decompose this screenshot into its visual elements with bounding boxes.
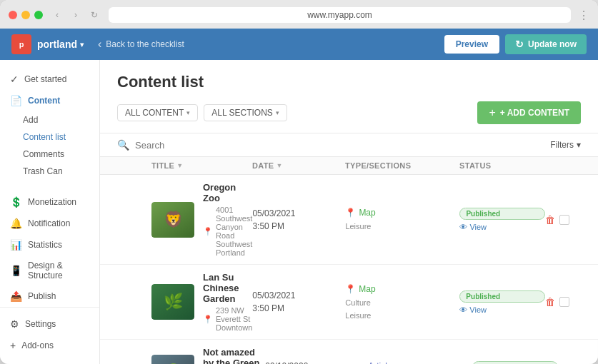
close-button[interactable] [9,11,17,19]
search-icon: 🔍 [117,139,129,151]
preview-button[interactable]: Preview [444,35,499,54]
type-link-1[interactable]: 📍 Map [345,206,459,219]
item-subtitle-2: 📍 239 NW Everett St Downtown [203,306,252,332]
sidebar-item-settings[interactable]: ⚙ Settings [0,313,99,335]
sidebar-item-statistics[interactable]: 📊 Statistics [0,234,99,256]
chevron-down-icon: ▾ [577,140,581,150]
item-date-1: 05/03/2021 3:50 PM [252,207,345,233]
check-icon: ✓ [10,74,19,85]
sidebar-sub-item-add[interactable]: Add [0,111,99,128]
item-actions-1: 🗑 [545,214,581,226]
content-filters: ALL CONTENT ▾ ALL SECTIONS ▾ + ADD CONTE… [117,101,581,124]
map-icon: 📍 [345,206,356,219]
nav-buttons: ‹ › ↻ [50,8,101,22]
sidebar-item-add-ons[interactable]: + Add-ons [0,335,99,356]
header-checkbox [117,161,151,170]
item-actions-2: 🗑 [545,296,581,308]
item-name-2[interactable]: Lan Su Chinese Garden [203,272,252,304]
chevron-down-icon: ▾ [186,109,190,116]
back-nav-button[interactable]: ‹ [50,8,64,22]
notification-icon: 🔔 [10,218,22,229]
item-title-col-3: 🌳 Not amazed by the Green Park 👤 Angela … [151,347,265,364]
workspace-selector[interactable]: portland ▾ [37,39,84,50]
item-type-2: 📍 Map Culture Leisure [345,283,459,322]
sidebar-item-monetization[interactable]: 💲 Monetization [0,191,99,213]
main-layout: ✓ Get started 📄 Content Add Content list… [0,60,598,364]
content-header: Content list ALL CONTENT ▾ ALL SECTIONS … [100,60,598,133]
header-type: Type/Sections [345,161,459,170]
page-title: Content list [117,73,581,91]
sidebar-sub-item-trash-can[interactable]: Trash Can [0,163,99,180]
search-input[interactable] [135,140,544,151]
content-icon: 📄 [10,95,22,106]
filters-button[interactable]: Filters ▾ [550,140,581,150]
item-info-2: Lan Su Chinese Garden 📍 239 NW Everett S… [203,272,252,332]
reload-button[interactable]: ↻ [87,8,101,22]
sidebar-sub-item-content-list[interactable]: Content list [0,128,99,146]
map-icon: 📍 [345,283,356,295]
type-link-2[interactable]: 📍 Map [345,283,459,295]
update-now-button[interactable]: Update now [505,34,587,54]
type-sections-2: Culture [345,297,459,309]
item-thumbnail-3: 🌳 [151,355,194,364]
item-status-2: Published 👁 View [459,290,545,314]
brand-logo: p [11,34,31,54]
monetization-icon: 💲 [10,196,22,208]
workspace-label: portland [37,39,77,50]
thumb-image-2: 🌿 [151,284,194,320]
back-to-checklist-link[interactable]: Back to the checklist [98,38,184,51]
chevron-down-icon: ▾ [80,41,84,49]
sidebar-item-design-structure[interactable]: 📱 Design & Structure [0,256,99,285]
sidebar-sub-item-comments[interactable]: Comments [0,146,99,163]
item-status-3: Published 👁 View [472,361,558,365]
header-title[interactable]: Title ▼ [151,161,252,170]
select-checkbox-1[interactable] [559,215,569,225]
browser-menu-icon[interactable]: ⋮ [578,9,589,22]
type-link-3[interactable]: ✏ Articles [358,360,472,364]
select-checkbox-2[interactable] [559,297,569,307]
item-date-3: 09/10/2020 3:26 PM [265,360,358,364]
eye-icon: 👁 [459,305,467,314]
sidebar-item-content[interactable]: 📄 Content [0,90,99,111]
table-row: 🦁 Oregon Zoo 📍 4001 Southwest Canyon Roa… [100,175,598,265]
item-type-1: 📍 Map Leisure [345,206,459,233]
minimize-button[interactable] [21,11,30,19]
status-badge-1: Published [459,208,545,220]
design-icon: 📱 [10,265,22,276]
delete-button-1[interactable]: 🗑 [545,214,555,226]
thumb-image-3: 🌳 [151,355,194,364]
maximize-button[interactable] [34,11,43,19]
articles-icon: ✏ [358,360,365,364]
table-row: 🌳 Not amazed by the Green Park 👤 Angela … [100,340,598,364]
sidebar-item-get-started[interactable]: ✓ Get started [0,69,99,90]
item-subtitle-1: 📍 4001 Southwest Canyon Road Southwest P… [203,206,252,257]
item-status-1: Published 👁 View [459,208,545,231]
item-name-1[interactable]: Oregon Zoo [203,182,252,203]
content-area: Content list ALL CONTENT ▾ ALL SECTIONS … [100,60,598,364]
item-type-3: ✏ Articles Local Tips [358,360,472,364]
delete-button-2[interactable]: 🗑 [545,296,555,308]
view-link-2[interactable]: 👁 View [459,305,545,314]
content-table: Title ▼ Date ▼ Type/Sections Status [100,157,598,364]
add-content-button[interactable]: + ADD CONTENT [477,101,581,124]
sidebar-item-notification[interactable]: 🔔 Notification [0,213,99,234]
item-name-3[interactable]: Not amazed by the Green Park [203,347,265,364]
topbar: p portland ▾ Back to the checklist Previ… [0,29,598,60]
all-sections-filter[interactable]: ALL SECTIONS ▾ [204,104,287,121]
all-content-filter[interactable]: ALL CONTENT ▾ [117,104,198,121]
chevron-down-icon: ▾ [276,109,279,116]
sidebar-bottom: ⚙ Settings + Add-ons [0,307,99,356]
sidebar-item-publish[interactable]: 📤 Publish [0,285,99,307]
settings-icon: ⚙ [10,318,19,330]
sort-icon: ▼ [176,162,183,169]
header-date[interactable]: Date ▼ [252,161,345,170]
view-link-1[interactable]: 👁 View [459,223,545,231]
address-bar[interactable]: www.myapp.com [109,7,571,23]
item-thumbnail-1: 🦁 [151,202,194,238]
forward-nav-button[interactable]: › [69,8,83,22]
traffic-lights [9,11,43,19]
publish-icon: 📤 [10,290,22,302]
sort-icon: ▼ [276,162,282,169]
status-badge-2: Published [459,290,545,303]
table-header: Title ▼ Date ▼ Type/Sections Status [100,157,598,175]
